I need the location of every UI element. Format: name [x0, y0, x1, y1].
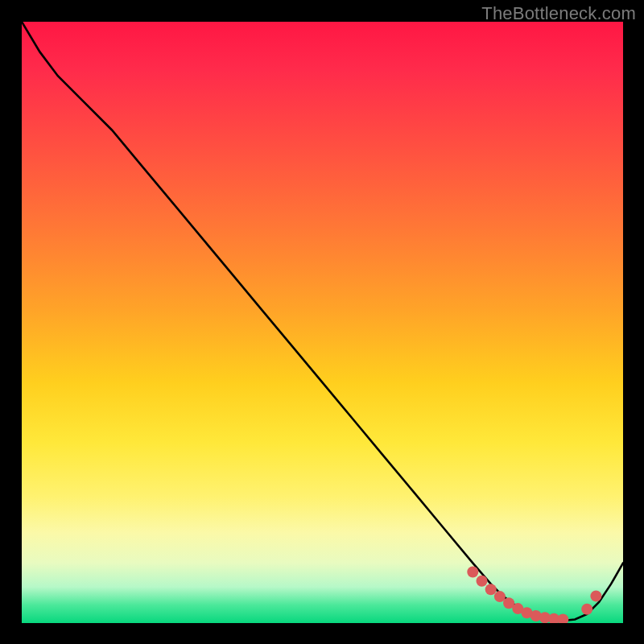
- curve-svg: [22, 22, 623, 623]
- highlight-dot: [494, 591, 506, 602]
- highlight-dot: [590, 590, 601, 601]
- highlight-dot: [581, 604, 592, 615]
- highlight-dot: [485, 584, 497, 595]
- highlight-dot: [467, 567, 478, 578]
- bottleneck-curve-path: [22, 22, 623, 621]
- highlight-dot: [557, 614, 568, 624]
- highlight-dot: [477, 576, 488, 587]
- chart-stage: TheBottleneck.com: [0, 0, 644, 644]
- highlight-dots-group: [467, 567, 601, 624]
- plot-area: [22, 22, 623, 623]
